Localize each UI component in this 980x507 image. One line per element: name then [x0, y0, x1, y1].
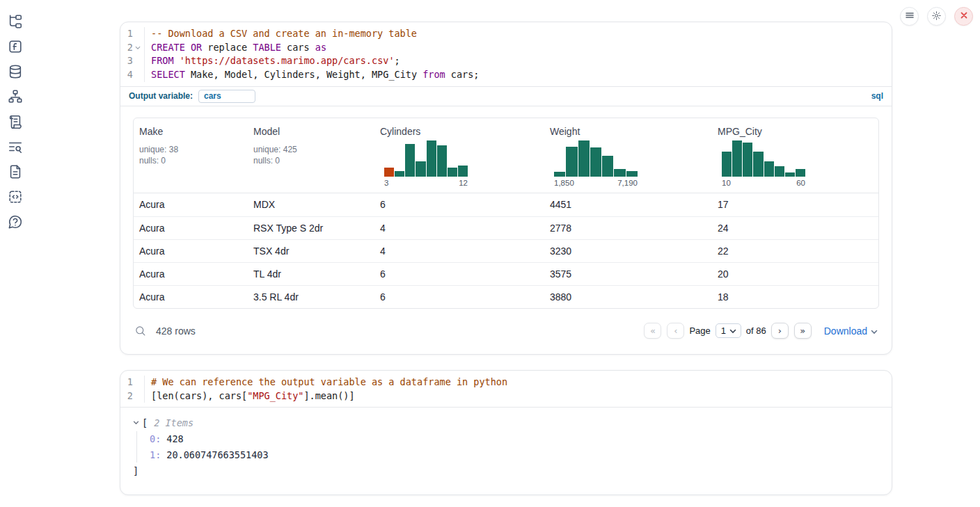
sidebar-item-dependencies[interactable]	[1, 85, 29, 110]
collapse-chevron-icon[interactable]	[133, 421, 142, 425]
tree-entry: 1:20.060747663551403	[137, 447, 879, 463]
chevrons-right-icon: »	[800, 325, 805, 336]
table-cell: 4	[374, 223, 544, 234]
table-row[interactable]: Acura3.5 RL 4dr6388018	[134, 285, 878, 308]
database-icon	[8, 64, 23, 81]
histogram-bar[interactable]	[775, 166, 784, 177]
language-badge[interactable]: sql	[871, 91, 883, 101]
shutdown-button[interactable]	[954, 7, 973, 26]
sidebar-item-documentation[interactable]	[1, 160, 29, 185]
histogram-bar[interactable]	[753, 152, 763, 177]
sidebar-item-variables[interactable]	[1, 35, 29, 60]
table-cell: 24	[712, 223, 878, 234]
search-icon[interactable]	[134, 325, 146, 337]
sidebar-item-file-tree[interactable]	[1, 10, 29, 35]
table-cell: 3230	[544, 246, 712, 257]
tree-entry: 0:428	[137, 431, 879, 447]
histogram-bar[interactable]	[785, 172, 795, 177]
column-header-make[interactable]: Makeunique: 38nulls: 0	[134, 118, 248, 193]
tree-root-row[interactable]: [ 2 Items	[133, 417, 879, 428]
fold-chevron-icon[interactable]	[133, 41, 143, 55]
histogram-bar[interactable]	[554, 172, 565, 177]
first-page-button[interactable]: «	[644, 323, 661, 339]
table-row[interactable]: AcuraMDX6445117	[134, 193, 878, 216]
sidebar-item-chat[interactable]	[1, 210, 29, 235]
sql-cell: 1-- Download a CSV and create an in-memo…	[120, 22, 892, 355]
table-row[interactable]: AcuraTSX 4dr4323022	[134, 239, 878, 262]
histogram-bar[interactable]	[590, 147, 601, 177]
column-histogram[interactable]: 312	[384, 140, 468, 187]
column-name: MPG_City	[718, 126, 873, 137]
table-body: AcuraMDX6445117AcuraRSX Type S 2dr427782…	[134, 193, 878, 308]
sidebar-item-tracebacks[interactable]	[1, 135, 29, 160]
notebook-actions	[900, 7, 973, 26]
sidebar-item-logs[interactable]	[1, 110, 29, 135]
line-number: 1	[120, 27, 143, 41]
sql-code-line[interactable]: 2CREATE OR replace TABLE cars as	[120, 41, 892, 55]
histogram-bar[interactable]	[427, 140, 436, 177]
next-page-button[interactable]: ›	[771, 323, 789, 339]
sidebar-item-datasources[interactable]	[1, 60, 29, 85]
histogram-bar[interactable]	[722, 152, 732, 177]
output-variable-input[interactable]	[198, 90, 255, 103]
histogram-bar[interactable]	[384, 168, 394, 177]
tree-entry-key: 0:	[150, 433, 161, 444]
column-histogram[interactable]: 1,8507,190	[554, 140, 638, 187]
column-header-weight[interactable]: Weight1,8507,190	[544, 118, 712, 193]
histogram-bar[interactable]	[437, 145, 447, 177]
line-number: 2	[120, 389, 143, 403]
settings-button[interactable]	[927, 7, 946, 26]
scroll-icon	[8, 114, 23, 131]
python-code-line[interactable]: 1# We can reference the output variable …	[120, 376, 892, 389]
histogram-bar[interactable]	[614, 169, 625, 176]
histogram-bar[interactable]	[458, 166, 468, 177]
sql-code-line[interactable]: 3FROM 'https://datasets.marimo.app/cars.…	[120, 54, 892, 68]
line-number: 1	[120, 376, 143, 389]
chevron-right-icon: ›	[778, 325, 782, 336]
menu-icon	[905, 10, 915, 22]
download-button[interactable]: Download	[824, 325, 878, 337]
table-cell: 6	[374, 291, 544, 303]
column-header-model[interactable]: Modelunique: 425nulls: 0	[248, 118, 374, 193]
table-cell: 3575	[544, 268, 712, 280]
sql-cell-output: Makeunique: 38nulls: 0Modelunique: 425nu…	[120, 106, 892, 344]
column-histogram[interactable]: 1060	[722, 140, 805, 187]
histogram-bar[interactable]	[405, 144, 415, 177]
table-cell: 2778	[544, 223, 712, 234]
sidebar-item-snippets[interactable]	[1, 185, 29, 210]
histogram-bar[interactable]	[602, 156, 613, 177]
histogram-bar[interactable]	[566, 147, 577, 177]
row-count: 428 rows	[156, 325, 196, 337]
histogram-bar[interactable]	[578, 140, 590, 177]
column-header-cylinders[interactable]: Cylinders312	[374, 118, 544, 193]
chevron-down-icon	[867, 325, 878, 337]
histogram-bar[interactable]	[732, 140, 742, 177]
table-cell: TL 4dr	[248, 268, 374, 280]
table-row[interactable]: AcuraTL 4dr6357520	[134, 262, 878, 285]
menu-button[interactable]	[900, 7, 919, 26]
table-footer: 428 rows « ‹ Page 1 of 86 › » Download	[133, 309, 879, 344]
sql-code-editor[interactable]: 1-- Download a CSV and create an in-memo…	[120, 22, 892, 86]
table-header: Makeunique: 38nulls: 0Modelunique: 425nu…	[134, 118, 878, 193]
histogram-bar[interactable]	[416, 161, 425, 177]
function-square-icon	[8, 39, 23, 56]
column-header-mpg_city[interactable]: MPG_City1060	[712, 118, 878, 193]
sql-code-line[interactable]: 1-- Download a CSV and create an in-memo…	[120, 27, 892, 41]
histogram-bar[interactable]	[395, 171, 404, 177]
histogram-bar[interactable]	[796, 169, 805, 177]
histogram-bar[interactable]	[743, 143, 752, 177]
python-code-editor[interactable]: 1# We can reference the output variable …	[120, 371, 892, 407]
histogram-bar[interactable]	[626, 171, 638, 177]
chevron-down-icon	[729, 325, 736, 336]
histogram-bar[interactable]	[448, 168, 457, 177]
chevron-left-icon: ‹	[674, 325, 677, 336]
column-name: Model	[253, 126, 369, 137]
page-select[interactable]: 1	[716, 323, 741, 338]
sql-code-line[interactable]: 4SELECT Make, Model, Cylinders, Weight, …	[120, 68, 892, 82]
table-cell: 6	[374, 199, 544, 210]
histogram-bar[interactable]	[764, 161, 774, 177]
table-row[interactable]: AcuraRSX Type S 2dr4277824	[134, 216, 878, 239]
last-page-button[interactable]: »	[794, 323, 812, 339]
prev-page-button[interactable]: ‹	[667, 323, 684, 339]
python-code-line[interactable]: 2[len(cars), cars["MPG_City"].mean()]	[120, 389, 892, 403]
